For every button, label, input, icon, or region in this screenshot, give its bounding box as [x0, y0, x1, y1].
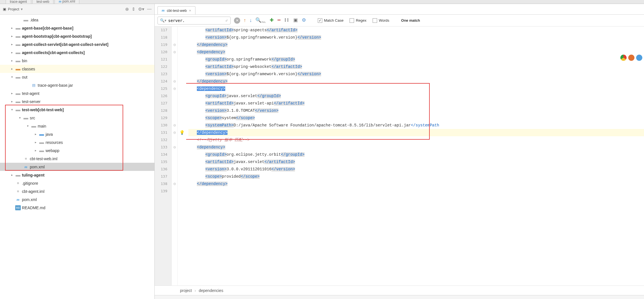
code-line[interactable]: <version>3.1.0.TOMCAT</version> [188, 107, 644, 114]
code-line[interactable]: </dependency> [188, 129, 644, 136]
code-line[interactable]: <dependency> [188, 85, 644, 92]
tree-row[interactable]: mpom.xml [0, 163, 154, 171]
select-all-icon[interactable]: ⫿⫿ [284, 17, 289, 23]
chrome-icon[interactable] [620, 55, 627, 61]
remove-selection-icon[interactable]: ━ [278, 17, 280, 23]
breadcrumb-item[interactable]: dependencies [199, 288, 223, 293]
add-selection-icon[interactable]: ✚ [270, 17, 274, 23]
next-match-button[interactable]: ↓ [249, 17, 252, 23]
tree-row[interactable]: ▾▬src [0, 114, 154, 122]
code-line[interactable]: <systemPath>D:/java/Apache Software Foun… [188, 122, 644, 129]
fold-toggle[interactable]: ⊖ [172, 144, 177, 151]
code-line[interactable]: <version>3.0.0.v201112011016</version> [188, 166, 644, 173]
chevron-icon[interactable]: ▸ [33, 140, 39, 144]
code-line[interactable]: <artifactId>spring-aspects</artifactId> [188, 26, 644, 34]
collapse-icon[interactable]: ⇕ [132, 6, 135, 12]
chevron-icon[interactable]: ▸ [9, 51, 15, 54]
tree-row[interactable]: ▸▬bin [0, 57, 154, 65]
code-line[interactable]: <artifactId>spring-websocket</artifactId… [188, 63, 644, 70]
chevron-icon[interactable]: ▸ [9, 34, 15, 38]
code-line[interactable]: <version>${org.springframework.version}<… [188, 34, 644, 41]
tree-row[interactable]: ▸▬agent-base [cbt-agent-base] [0, 24, 154, 32]
chevron-icon[interactable]: ▾ [9, 108, 15, 111]
regex-checkbox[interactable]: Regex [350, 18, 366, 23]
chevron-icon[interactable]: ▸ [9, 100, 15, 103]
search-settings-icon[interactable]: ⚙ [302, 17, 306, 23]
close-icon[interactable]: × [189, 8, 191, 13]
tree-row[interactable]: ▸▬test-agent [0, 89, 154, 97]
clear-search-button[interactable]: ✕ [234, 17, 240, 24]
chevron-down-icon[interactable]: ▾ [21, 7, 23, 11]
chevron-icon[interactable]: ▸ [9, 92, 15, 95]
tree-row[interactable]: ≡cbt-agent.iml [0, 187, 154, 195]
code-line[interactable]: <groupId>org.eclipse.jetty.orbit</groupI… [188, 151, 644, 158]
fold-toggle[interactable]: ⊖ [172, 85, 177, 92]
tree-row[interactable]: mpom.xml [0, 195, 154, 204]
tree-row[interactable]: ▸▬agent-bootstrap [cbt-agent-bootstrap] [0, 32, 154, 40]
tree-row[interactable]: ▸▬resources [0, 138, 154, 146]
code-line[interactable]: <groupId>javax.servlet</groupId> [188, 92, 644, 100]
chevron-icon[interactable]: ▸ [33, 132, 39, 136]
tree-row[interactable]: ▸▬test-server [0, 97, 154, 106]
tree-row[interactable]: ▸▬webapp [0, 146, 154, 155]
editor-body[interactable]: 1171181191201211221231241251261271281291… [155, 26, 644, 285]
code-line[interactable] [188, 188, 644, 195]
fold-toggle[interactable]: ⊖ [172, 48, 177, 56]
locate-icon[interactable]: ⊕ [125, 6, 129, 12]
code-line[interactable]: <dependency> [188, 48, 644, 56]
tree-row[interactable]: ▸▬tuling-agent [0, 171, 154, 179]
hide-panel-icon[interactable]: — [147, 6, 152, 12]
chevron-icon[interactable]: ▾ [25, 124, 31, 128]
tree-row[interactable]: ▸▬java [0, 130, 154, 138]
tree-row[interactable]: ▬.idea [0, 16, 154, 24]
chevron-icon[interactable]: ▸ [9, 67, 15, 71]
chevron-icon[interactable]: ▾ [9, 75, 15, 79]
breadcrumb[interactable]: project › dependencies [155, 285, 644, 295]
project-tree[interactable]: ▬.idea▸▬agent-base [cbt-agent-base]▸▬age… [0, 15, 154, 299]
bulb-icon[interactable]: 💡 [179, 130, 185, 135]
code-line[interactable]: <!--与jetty 版本 匹配--> [188, 136, 644, 144]
tree-row[interactable]: ▾▬out [0, 73, 154, 81]
tree-row[interactable]: ▤trace-agent-base.jar [0, 81, 154, 89]
code-area[interactable]: <artifactId>spring-aspects</artifactId><… [186, 26, 644, 285]
tree-row[interactable]: ▸▬agent-collects [cbt-agent-collects] [0, 48, 154, 57]
code-line[interactable]: </dependency> [188, 78, 644, 85]
code-line[interactable]: </dependency> [188, 41, 644, 48]
code-line[interactable]: <version>${org.springframework.version}<… [188, 70, 644, 78]
tree-row[interactable]: ≡.gitignore [0, 179, 154, 187]
firefox-icon[interactable] [628, 55, 634, 61]
top-tab[interactable]: trace-agent [6, 0, 31, 4]
tree-row[interactable]: ▸▬classes [0, 65, 154, 73]
top-tab[interactable]: test-web [32, 0, 53, 4]
chevron-icon[interactable]: ▸ [9, 173, 15, 177]
fold-column[interactable]: ⊖⊖⊖⊖⊖⊖⊖⊖ [172, 26, 178, 285]
tree-row[interactable]: ▾▬main [0, 122, 154, 130]
prev-match-button[interactable]: ↑ [244, 17, 246, 23]
chevron-icon[interactable]: ▾ [17, 116, 23, 120]
filter-icon[interactable]: ▣ [293, 17, 298, 23]
tree-row[interactable]: ▾▬test-web [cbt-test-web] [0, 106, 154, 114]
editor-tab[interactable]: m cbt-test-web × [157, 6, 195, 14]
search-input[interactable] [168, 18, 223, 23]
code-line[interactable]: </dependency> [188, 180, 644, 188]
breadcrumb-item[interactable]: project [180, 288, 192, 293]
code-line[interactable]: <scope>provided</scope> [188, 173, 644, 180]
fold-toggle[interactable]: ⊖ [172, 41, 177, 48]
code-line[interactable]: <scope>system</scope> [188, 114, 644, 122]
match-case-checkbox[interactable]: ✓Match Case [318, 18, 343, 23]
fold-toggle[interactable]: ⊖ [172, 129, 177, 136]
fold-toggle[interactable]: ⊖ [172, 180, 177, 188]
words-checkbox[interactable]: Words [373, 18, 389, 23]
fold-toggle[interactable]: ⊖ [172, 122, 177, 129]
top-tab[interactable]: m pom.xml [55, 0, 79, 4]
chevron-icon[interactable]: ▸ [9, 43, 15, 46]
gear-icon[interactable]: ⚙▾ [138, 6, 144, 12]
code-line[interactable]: <artifactId>javax.servlet-api</artifactI… [188, 100, 644, 107]
chevron-icon[interactable]: ▸ [9, 26, 15, 30]
tree-row[interactable]: MDREADME.md [0, 204, 154, 212]
code-line[interactable]: <artifactId>javax.servlet</artifactId> [188, 158, 644, 166]
newline-icon[interactable]: ↲ [225, 18, 228, 23]
safari-icon[interactable] [636, 55, 642, 61]
chevron-icon[interactable]: ▸ [9, 59, 15, 63]
search-all-icon[interactable]: 🔍ALL [255, 17, 266, 23]
